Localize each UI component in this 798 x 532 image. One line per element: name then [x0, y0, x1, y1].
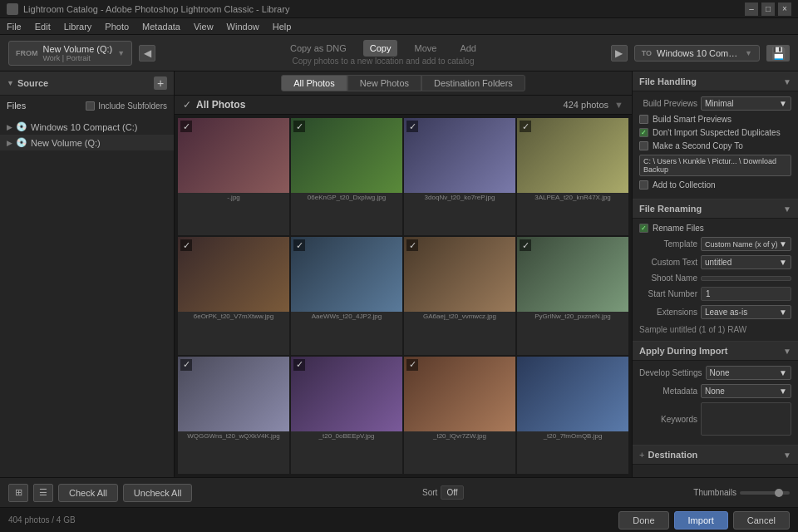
- photo-check-2[interactable]: ✓: [406, 121, 418, 132]
- photo-cell-10[interactable]: ✓ _t20_lQvr7ZW.jpg: [404, 357, 515, 474]
- copy-description: Copy photos to a new location and add to…: [283, 57, 483, 66]
- photo-thumbnail-10: [404, 357, 515, 431]
- photo-count: 424 photos: [564, 100, 608, 110]
- cancel-button[interactable]: Cancel: [733, 511, 790, 530]
- smart-previews-row[interactable]: Build Smart Previews: [639, 115, 791, 124]
- menu-photo[interactable]: Photo: [103, 22, 131, 32]
- thumbnail-slider-handle[interactable]: [775, 489, 783, 497]
- sort-select[interactable]: Off: [441, 485, 463, 500]
- source-tree-item-1[interactable]: ▶ 💿 New Volume (Q:): [0, 135, 174, 150]
- photo-cell-3[interactable]: ✓ 3ALPEA_t20_knR47X.jpg: [517, 118, 628, 235]
- source-add-button[interactable]: +: [154, 76, 167, 90]
- build-previews-select[interactable]: Minimal ▼: [701, 96, 791, 111]
- select-all-checkmark[interactable]: ✓: [183, 99, 191, 111]
- second-copy-row[interactable]: Make a Second Copy To: [639, 141, 791, 150]
- rename-files-checkbox[interactable]: ✓: [639, 224, 648, 233]
- tab-destination-folders[interactable]: Destination Folders: [421, 75, 525, 91]
- menu-edit[interactable]: Edit: [33, 22, 52, 32]
- dest-nav-next[interactable]: ▶: [611, 45, 628, 62]
- menu-metadata[interactable]: Metadata: [140, 22, 182, 32]
- move-option[interactable]: Move: [407, 40, 443, 57]
- source-chevron-icon[interactable]: ▼: [117, 49, 125, 57]
- add-to-collection-checkbox[interactable]: [639, 180, 648, 190]
- close-button[interactable]: ×: [778, 2, 791, 16]
- menu-help[interactable]: Help: [271, 22, 293, 32]
- menu-library[interactable]: Library: [62, 22, 94, 32]
- smart-previews-checkbox[interactable]: [639, 115, 648, 124]
- include-subfolders-checkbox[interactable]: [86, 101, 95, 111]
- window-controls[interactable]: – □ ×: [745, 2, 791, 16]
- dont-import-label: Don't Import Suspected Duplicates: [653, 128, 781, 137]
- shoot-name-value[interactable]: [701, 276, 791, 281]
- add-to-collection-row[interactable]: Add to Collection: [639, 180, 791, 190]
- source-panel-header: ▼ Source +: [0, 71, 174, 96]
- metadata-select[interactable]: None ▼: [701, 384, 791, 398]
- shoot-name-label: Shoot Name: [639, 273, 697, 283]
- include-subfolders-text: Include Subfolders: [98, 101, 167, 111]
- photo-cell-11[interactable]: _t20_7fmOmQB.jpg: [517, 357, 628, 474]
- start-number-row: Start Number 1: [639, 287, 791, 301]
- tab-all-photos[interactable]: All Photos: [281, 75, 347, 91]
- list-view-button[interactable]: ☰: [33, 484, 53, 502]
- copy-option[interactable]: Copy: [363, 40, 398, 57]
- extensions-select[interactable]: Leave as-is ▼: [701, 305, 791, 319]
- template-row: Template Custom Name (x of y) ▼: [639, 237, 791, 251]
- tab-new-photos[interactable]: New Photos: [347, 75, 421, 91]
- uncheck-all-button[interactable]: Uncheck All: [123, 484, 192, 502]
- import-button[interactable]: Import: [674, 511, 728, 530]
- dest-chevron-icon[interactable]: ▼: [745, 49, 752, 57]
- source-nav-prev[interactable]: ◀: [139, 45, 155, 62]
- destination-header[interactable]: + Destination ▼: [633, 445, 798, 465]
- second-copy-checkbox[interactable]: [639, 141, 648, 150]
- photo-cell-6[interactable]: ✓ GA6aej_t20_vvmwcz.jpg: [404, 237, 515, 354]
- photo-check-3[interactable]: ✓: [520, 121, 531, 132]
- photo-cell-9[interactable]: ✓ _t20_0oBEEpV.jpg: [291, 357, 402, 474]
- second-copy-path-select[interactable]: C: \ Users \ Kunkle \ Pictur... \ Downlo…: [639, 155, 791, 176]
- check-all-button[interactable]: Check All: [58, 484, 118, 502]
- photo-cell-0[interactable]: ✓ -.jpg: [178, 118, 289, 235]
- thumbnail-size-slider[interactable]: [740, 491, 790, 495]
- photo-check-0[interactable]: ✓: [180, 121, 192, 132]
- photo-check-8[interactable]: ✓: [180, 359, 192, 371]
- keywords-input[interactable]: [701, 402, 791, 436]
- photo-check-5[interactable]: ✓: [293, 239, 305, 251]
- source-tree-item-0[interactable]: ▶ 💿 Windows 10 Compact (C:): [0, 119, 174, 135]
- photo-check-6[interactable]: ✓: [406, 239, 418, 251]
- copy-as-dng-option[interactable]: Copy as DNG: [283, 40, 353, 57]
- menu-file[interactable]: File: [5, 22, 23, 32]
- content-tabs: All Photos New Photos Destination Folder…: [175, 71, 632, 96]
- include-subfolders-label[interactable]: Include Subfolders: [86, 101, 167, 111]
- photo-cell-8[interactable]: ✓ WQGGWns_t20_wQXkV4K.jpg: [178, 357, 289, 474]
- file-renaming-header[interactable]: File Renaming ▼: [633, 199, 798, 219]
- menu-window[interactable]: Window: [225, 22, 261, 32]
- photo-thumbnail-2: [404, 118, 515, 193]
- photo-thumbnail-11: [517, 357, 628, 431]
- file-handling-header[interactable]: File Handling ▼: [633, 71, 798, 91]
- photo-cell-2[interactable]: ✓ 3doqNv_t20_ko7reP.jpg: [404, 118, 515, 235]
- develop-settings-select[interactable]: None ▼: [706, 366, 791, 380]
- rename-files-row[interactable]: ✓ Rename Files: [639, 224, 791, 233]
- add-option[interactable]: Add: [453, 40, 483, 57]
- photo-cell-1[interactable]: ✓ 06eKnGP_t20_DxpIwg.jpg: [291, 118, 402, 235]
- photo-check-9[interactable]: ✓: [293, 359, 305, 371]
- photo-name-0: -.jpg: [178, 193, 289, 202]
- template-select[interactable]: Custom Name (x of y) ▼: [701, 237, 791, 251]
- photo-cell-5[interactable]: ✓ AaeWWs_t20_4JP2.jpg: [291, 237, 402, 354]
- photo-check-7[interactable]: ✓: [520, 239, 531, 251]
- photo-check-4[interactable]: ✓: [180, 239, 192, 251]
- apply-during-import-header[interactable]: Apply During Import ▼: [633, 341, 798, 361]
- photo-check-10[interactable]: ✓: [406, 359, 418, 371]
- minimize-button[interactable]: –: [745, 2, 758, 16]
- done-button[interactable]: Done: [618, 511, 668, 530]
- dont-import-checkbox[interactable]: ✓: [639, 128, 648, 137]
- action-buttons: Done Import Cancel: [618, 511, 790, 530]
- photo-cell-7[interactable]: ✓ PyGrlNw_t20_pxzneN.jpg: [517, 237, 628, 354]
- custom-text-select[interactable]: untitled ▼: [701, 255, 791, 269]
- grid-view-button[interactable]: ⊞: [8, 484, 28, 502]
- menu-view[interactable]: View: [192, 22, 215, 32]
- maximize-button[interactable]: □: [761, 2, 775, 16]
- dont-import-row[interactable]: ✓ Don't Import Suspected Duplicates: [639, 128, 791, 137]
- photo-check-1[interactable]: ✓: [293, 121, 305, 132]
- start-number-value[interactable]: 1: [701, 287, 791, 301]
- photo-cell-4[interactable]: ✓ 6eOrPK_t20_V7mXtww.jpg: [178, 237, 289, 354]
